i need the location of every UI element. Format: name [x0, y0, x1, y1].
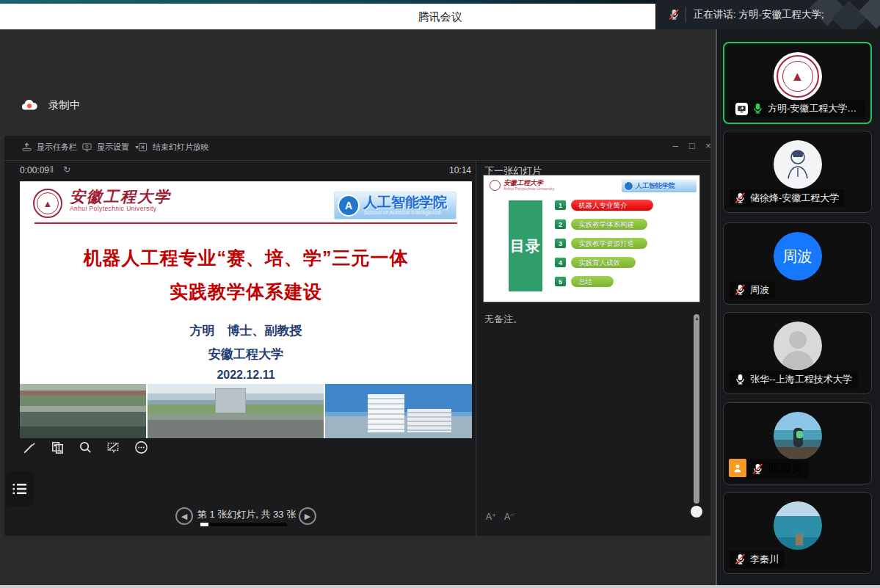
avatar: [774, 412, 822, 460]
slide-progress-fill: [200, 523, 208, 526]
font-decrease-button[interactable]: A⁻: [504, 512, 514, 522]
college-name-en: School of Artificial Intelligence: [363, 209, 447, 216]
slide-list-button[interactable]: [6, 471, 34, 507]
divider: [34, 222, 457, 224]
campus-photos-strip: [20, 384, 472, 438]
annotation-toolbar: [21, 438, 150, 456]
slide-progress-bar[interactable]: [200, 523, 287, 526]
member-badge-icon: [729, 459, 746, 477]
participant-name: 储徐烽-安徽工程大学: [750, 192, 839, 205]
muted-mic-icon: [752, 463, 763, 475]
end-slideshow-button[interactable]: 结束幻灯片放映: [138, 142, 209, 153]
screen-pointer-icon[interactable]: [104, 438, 122, 456]
list-icon: [11, 480, 29, 498]
decor-diamond: [859, 0, 880, 29]
end-slideshow-label: 结束幻灯片放映: [153, 142, 209, 153]
taskbar-icon: [22, 142, 32, 152]
speaking-indicator: 正在讲话: 方明-安徽工程大学;: [655, 0, 880, 29]
speaking-label: 正在讲话: 方明-安徽工程大学;: [694, 8, 824, 21]
slide-counter: 第 1 张幻灯片, 共 33 张: [194, 508, 299, 521]
participant-tile[interactable]: 熊根良: [723, 402, 872, 484]
participant-tile[interactable]: ▲ 方明-安徽工程大学的...: [723, 42, 872, 124]
display-settings-label: 显示设置: [97, 142, 129, 153]
scroll-up-icon: ▲: [694, 316, 699, 321]
muted-mic-icon: [735, 553, 746, 565]
university-seal-logo: [490, 180, 501, 191]
close-button[interactable]: ×: [702, 140, 715, 151]
campus-photo-building: [325, 384, 472, 438]
cloud-record-icon: [21, 98, 38, 112]
college-logo: [624, 181, 633, 191]
clock: 10:14: [427, 165, 471, 175]
prev-slide-button[interactable]: ◀: [175, 507, 193, 525]
show-taskbar-label: 显示任务栏: [37, 142, 77, 153]
shared-screen-area: 录制中 显示任务栏 显示设置 ▼ 结束幻灯片放映 – □ × 0:00:09 ‖…: [0, 29, 716, 585]
participant-label: 李秦川: [729, 551, 785, 568]
participant-label: 熊根良: [729, 459, 809, 479]
more-tools-icon[interactable]: [132, 438, 150, 456]
participant-label: 储徐烽-安徽工程大学: [729, 189, 845, 207]
participant-name: 熊根良: [768, 461, 803, 476]
toc-item: 5 总结: [554, 276, 614, 287]
next-slide-preview[interactable]: 安徽工程大学 Anhui Polytechnic University 人工智能…: [483, 175, 700, 302]
divider: [686, 7, 686, 23]
divider: [4, 160, 710, 161]
display-settings-button[interactable]: 显示设置 ▼: [82, 142, 139, 153]
slide-affiliation: 安徽工程大学: [20, 346, 472, 363]
muted-mic-icon: [735, 192, 746, 204]
participant-name: 李秦川: [750, 553, 779, 566]
speaker-notes: 无备注。: [484, 313, 523, 326]
participants-sidebar: ▲ 方明-安徽工程大学的... 储徐烽-安徽工程大学 周波 周波: [716, 29, 880, 585]
university-seal-logo: ▲: [33, 189, 62, 218]
avatar: ▲: [774, 52, 822, 101]
participant-tile[interactable]: 李秦川: [723, 492, 872, 574]
taskbar-edge-strip: [0, 585, 880, 588]
university-name: 安徽工程大学: [70, 189, 171, 205]
participant-label: 方明-安徽工程大学的...: [730, 100, 865, 117]
slide-date: 2022.12.11: [20, 369, 472, 382]
zoom-tool-icon[interactable]: [76, 438, 94, 456]
university-name-block: 安徽工程大学 Anhui Polytechnic University: [70, 189, 171, 212]
minimize-button[interactable]: –: [669, 140, 682, 151]
slides-panel-icon[interactable]: [48, 438, 66, 456]
divider: [476, 161, 476, 536]
pause-timer-icon[interactable]: ‖: [50, 164, 54, 175]
college-logo-banner: A 人工智能学院 School of Artificial Intelligen…: [334, 192, 457, 219]
notes-scrollbar-handle[interactable]: [691, 506, 702, 518]
presenter-window: 显示任务栏 显示设置 ▼ 结束幻灯片放映 – □ × 0:00:09 ‖ ↻ 1…: [4, 136, 710, 536]
slide-title-line2: 实践教学体系建设: [20, 280, 472, 304]
avatar: [774, 322, 822, 370]
end-show-icon: [138, 142, 148, 152]
campus-photo-gate: [148, 384, 324, 438]
notes-scrollbar[interactable]: ▲: [694, 314, 699, 504]
participant-name: 周波: [750, 283, 769, 297]
slide-canvas[interactable]: ▲ 安徽工程大学 Anhui Polytechnic University A …: [20, 181, 472, 438]
avatar: [774, 501, 822, 550]
muted-mic-icon: [735, 284, 746, 296]
display-icon: [82, 142, 92, 152]
mic-on-icon: [735, 374, 746, 385]
font-increase-button[interactable]: A⁺: [486, 512, 496, 522]
participant-tile[interactable]: 周波 周波: [723, 222, 872, 305]
avatar: 周波: [774, 232, 822, 280]
avatar: [774, 140, 822, 189]
slide-speaker: 方明 博士、副教授: [20, 322, 472, 339]
college-logo: A: [338, 195, 360, 217]
muted-mic-icon: [669, 9, 680, 21]
screen-share-icon: [735, 103, 748, 115]
pen-tool-icon[interactable]: [21, 438, 38, 456]
show-taskbar-button[interactable]: 显示任务栏: [22, 142, 77, 153]
college-logo-banner: 人工智能学院: [622, 179, 697, 192]
next-slide-button[interactable]: ▶: [299, 507, 316, 525]
participant-tile[interactable]: 张华--上海工程技术大学: [723, 312, 872, 394]
participant-label: 张华--上海工程技术大学: [729, 371, 858, 388]
avatar-initials: 周波: [783, 247, 812, 266]
participant-tile[interactable]: 储徐烽-安徽工程大学: [723, 131, 872, 213]
elapsed-timer: 0:00:09: [20, 165, 49, 175]
mic-on-icon: [752, 103, 763, 115]
restore-button[interactable]: □: [686, 140, 699, 151]
sidebar-scrollbar[interactable]: [716, 29, 717, 585]
toc-item: 3 实践教学资源打造: [554, 238, 647, 249]
restart-timer-icon[interactable]: ↻: [63, 164, 70, 175]
recording-indicator: 录制中: [21, 98, 81, 112]
